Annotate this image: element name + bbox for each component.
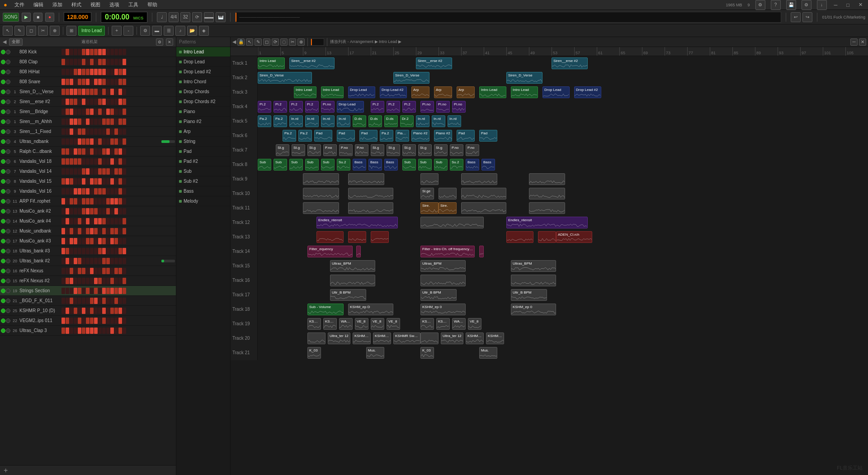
ch-pad[interactable]: [94, 298, 98, 304]
arr-settings[interactable]: ⚙: [140, 26, 150, 36]
track-content[interactable]: Pa.2Pa.2PadPadPadPa.2Piano #2Piano #2Pia…: [258, 128, 868, 143]
arr-clip[interactable]: Sub - Volume: [307, 304, 344, 315]
ch-pad[interactable]: [118, 178, 122, 185]
redo-btn[interactable]: ↪: [802, 12, 812, 22]
ch-pad[interactable]: [102, 278, 106, 284]
export-icon[interactable]: ↓: [817, 0, 827, 10]
ch-pad[interactable]: [94, 119, 98, 125]
help-icon[interactable]: ?: [771, 0, 781, 10]
ch-pad[interactable]: [94, 138, 98, 145]
ch-pad[interactable]: [61, 89, 65, 95]
piano-roll-btn[interactable]: 🎹: [216, 12, 226, 22]
channel-row[interactable]: 16 reFX Nexus: [0, 266, 176, 276]
tool-zoom[interactable]: ⊕: [50, 26, 60, 36]
arr-clip[interactable]: Intro Lead: [294, 86, 316, 98]
menu-tools[interactable]: 工具: [127, 1, 140, 8]
arr-clip[interactable]: K_03: [307, 347, 321, 359]
ch-pad[interactable]: [70, 218, 73, 224]
arr-clip[interactable]: VE_8: [468, 318, 481, 330]
arr-clip[interactable]: [529, 173, 565, 185]
ch-mute-btn[interactable]: [1, 229, 5, 233]
ch-pad[interactable]: [123, 198, 126, 204]
ch-pad[interactable]: [106, 138, 110, 145]
arr-clip[interactable]: Arp: [411, 86, 429, 98]
ch-pad[interactable]: [123, 268, 126, 274]
ch-pad[interactable]: [114, 198, 118, 204]
ch-pad[interactable]: [82, 158, 85, 165]
ch-mute-btn[interactable]: [1, 239, 5, 243]
ch-pad[interactable]: [78, 128, 81, 135]
ch-pad[interactable]: [86, 218, 90, 224]
ch-solo-btn[interactable]: [6, 100, 10, 104]
ch-pad[interactable]: [66, 258, 69, 264]
ch-pad[interactable]: [74, 248, 77, 254]
ch-mute-btn[interactable]: [1, 289, 5, 293]
ch-pad[interactable]: [114, 238, 118, 244]
arr-clip[interactable]: Dr.2: [400, 115, 414, 127]
ch-pad[interactable]: [61, 178, 65, 185]
channel-row[interactable]: 808 Clap: [0, 57, 176, 67]
ch-pad[interactable]: [74, 158, 77, 165]
ch-pad[interactable]: [118, 268, 122, 274]
pattern-item[interactable]: Drop Lead: [176, 57, 230, 67]
ch-solo-btn[interactable]: [6, 149, 10, 154]
ch-solo-btn[interactable]: [6, 70, 10, 74]
ch-pad[interactable]: [98, 158, 102, 165]
ch-pad[interactable]: [66, 298, 69, 304]
ch-solo-btn[interactable]: [6, 80, 10, 84]
ch-pad[interactable]: [94, 288, 98, 294]
arr-clip[interactable]: Ultras_BPM: [330, 260, 375, 272]
arr-clip[interactable]: [420, 275, 466, 286]
ch-pad[interactable]: [98, 188, 102, 195]
ch-pad[interactable]: [118, 308, 122, 314]
ch-pad[interactable]: [106, 59, 110, 65]
menu-add[interactable]: 添加: [51, 1, 64, 8]
ch-pad[interactable]: [123, 109, 126, 115]
arr-clip[interactable]: Siren_D_Verse: [258, 72, 312, 84]
channel-row[interactable]: 19 Strings Section: [0, 286, 176, 296]
ch-pad[interactable]: [110, 328, 114, 334]
arr-clip[interactable]: [461, 202, 506, 214]
arr-clip[interactable]: Siren_D_Verse: [393, 72, 429, 84]
ch-pad[interactable]: [110, 89, 114, 95]
arr-clip[interactable]: WAF_ex8: [339, 318, 353, 330]
ch-solo-btn[interactable]: [6, 219, 10, 223]
ch-pad[interactable]: [86, 119, 90, 125]
ch-mute-btn[interactable]: [1, 50, 5, 54]
ch-mute-btn[interactable]: [1, 159, 5, 164]
ch-pad[interactable]: [102, 198, 106, 204]
channel-row[interactable]: 8 Vandalis_Vol 15: [0, 176, 176, 186]
ch-pad[interactable]: [123, 188, 126, 195]
ch-pad[interactable]: [110, 128, 114, 135]
arr-clip[interactable]: St.g: [387, 144, 400, 156]
ch-pad[interactable]: [70, 69, 73, 75]
ch-pad[interactable]: [78, 158, 81, 165]
ch-pad[interactable]: [90, 158, 94, 165]
ch-pad[interactable]: [94, 328, 98, 334]
ch-pad[interactable]: [114, 268, 118, 274]
ch-pad[interactable]: [82, 168, 85, 175]
track-content[interactable]: St.gSt.gSt.gP.noP.noP.noSt.gSt.gSt.gSt.g…: [258, 143, 868, 157]
song-mode-btn[interactable]: SONG: [3, 13, 19, 22]
arr-clip[interactable]: [538, 231, 556, 243]
ch-pad[interactable]: [114, 208, 118, 214]
ch-pad[interactable]: [61, 168, 65, 175]
ch-pad[interactable]: [66, 208, 69, 214]
ch-pad[interactable]: [61, 119, 65, 125]
ch-pad[interactable]: [110, 158, 114, 165]
arr-clip[interactable]: K_03: [420, 347, 434, 359]
ch-pad[interactable]: [82, 59, 85, 65]
ch-pad[interactable]: [102, 168, 106, 175]
ch-pad[interactable]: [82, 188, 85, 195]
ch-pad[interactable]: [66, 248, 69, 254]
ch-pad[interactable]: [70, 308, 73, 314]
ch-pad[interactable]: [82, 268, 85, 274]
ch-pad[interactable]: [98, 228, 102, 234]
track-content[interactable]: Sub - VolumeKSHM_ep DKSHM_ep 0KSHM_ep 0: [258, 302, 868, 317]
ch-pad[interactable]: [110, 298, 114, 304]
channel-row[interactable]: 4 Ultras_ndbank: [0, 137, 176, 147]
ch-pad[interactable]: [90, 178, 94, 185]
arr-clip[interactable]: In.rd: [432, 115, 445, 127]
channel-row[interactable]: 808 HiHat: [0, 67, 176, 77]
ch-pad[interactable]: [86, 238, 90, 244]
